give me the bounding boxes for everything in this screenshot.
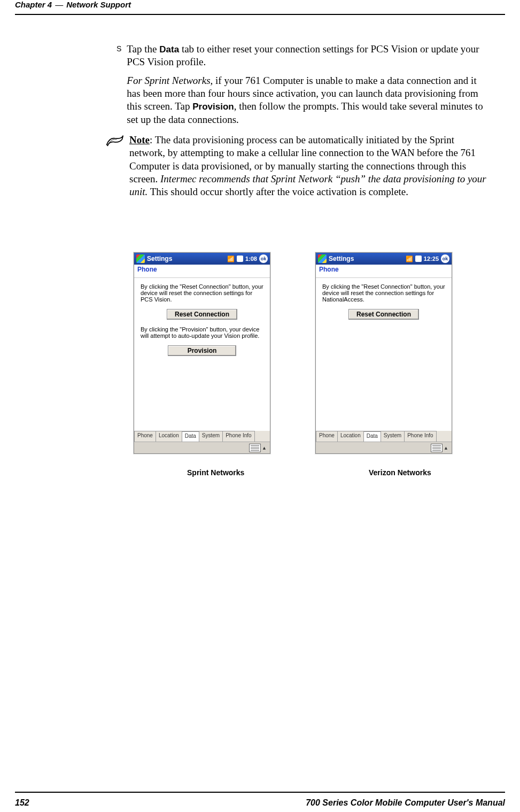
screen-body: By clicking the "Reset Connection" butto… bbox=[316, 278, 452, 331]
keyboard-icon[interactable] bbox=[249, 444, 261, 452]
tab-location[interactable]: Location bbox=[337, 431, 364, 442]
keyboard-icon[interactable] bbox=[431, 444, 443, 452]
text: This should occur shortly after the voic… bbox=[148, 186, 408, 197]
tab-data[interactable]: Data bbox=[182, 431, 199, 442]
bullet-paragraph-2: For Sprint Networks, if your 761 Compute… bbox=[127, 74, 492, 126]
reset-desc: By clicking the "Reset Connection" butto… bbox=[141, 283, 263, 303]
reset-connection-button[interactable]: Reset Connection bbox=[348, 309, 419, 320]
tab-phone-info[interactable]: Phone Info bbox=[404, 431, 436, 442]
reset-desc: By clicking the "Reset Connection" butto… bbox=[322, 283, 445, 303]
header-rule bbox=[15, 14, 505, 15]
verizon-screenshot: Settings 📶 12:25 ok Phone By clicking th… bbox=[315, 252, 452, 454]
sip-bar: ▲ bbox=[316, 442, 452, 453]
bullet-paragraph-1: Tap the Data tab to either reset your co… bbox=[127, 43, 492, 69]
page-header: Chapter 4—Network Support bbox=[15, 0, 131, 9]
screen-body: By clicking the "Reset Connection" butto… bbox=[134, 278, 270, 368]
verizon-caption: Verizon Networks bbox=[369, 468, 431, 477]
tab-phone-info[interactable]: Phone Info bbox=[222, 431, 254, 442]
app-title: Phone bbox=[134, 265, 270, 278]
ok-button[interactable]: ok bbox=[441, 254, 449, 263]
ok-button[interactable]: ok bbox=[259, 254, 268, 263]
signal-icon: 📶 bbox=[227, 256, 235, 262]
manual-title: 700 Series Color Mobile Computer User's … bbox=[306, 798, 505, 808]
title-bar: Settings 📶 12:25 ok bbox=[316, 253, 452, 265]
tab-bar: Phone Location Data System Phone Info bbox=[316, 431, 452, 442]
text: Tap the bbox=[127, 43, 159, 55]
title-bar: Settings 📶 1:08 ok bbox=[134, 253, 270, 265]
provision-desc: By clicking the "Provision" button, your… bbox=[141, 326, 263, 339]
app-title: Phone bbox=[316, 265, 452, 278]
tab-phone[interactable]: Phone bbox=[134, 431, 156, 442]
tab-phone[interactable]: Phone bbox=[316, 431, 338, 442]
chapter-label: Chapter 4 bbox=[15, 0, 52, 9]
bullet-marker: S bbox=[117, 43, 121, 132]
tab-system[interactable]: System bbox=[199, 431, 223, 442]
start-icon[interactable] bbox=[136, 254, 145, 263]
tab-system[interactable]: System bbox=[381, 431, 405, 442]
note-text: Note: The data provisioning process can … bbox=[129, 134, 492, 199]
sprint-screenshot: Settings 📶 1:08 ok Phone By clicking the… bbox=[134, 252, 270, 454]
sprint-caption: Sprint Networks bbox=[187, 468, 244, 477]
clock: 1:08 bbox=[245, 256, 257, 262]
title-text: Settings bbox=[147, 255, 172, 262]
screenshot-row: Settings 📶 1:08 ok Phone By clicking the… bbox=[134, 252, 452, 454]
sip-arrow-icon[interactable]: ▲ bbox=[444, 445, 448, 451]
section-label: Network Support bbox=[66, 0, 131, 9]
note-icon bbox=[106, 134, 124, 204]
provision-ref: Provision bbox=[192, 102, 234, 112]
start-icon[interactable] bbox=[318, 254, 327, 263]
page-number: 152 bbox=[15, 798, 29, 808]
bullet-item: S Tap the Data tab to either reset your … bbox=[128, 43, 492, 132]
text-em: For Sprint Networks, bbox=[127, 75, 213, 86]
sound-icon bbox=[415, 256, 422, 262]
note-block: Note: The data provisioning process can … bbox=[128, 134, 492, 204]
signal-icon: 📶 bbox=[406, 256, 413, 262]
footer-rule bbox=[15, 792, 505, 793]
tab-data[interactable]: Data bbox=[363, 431, 381, 442]
body-text: S Tap the Data tab to either reset your … bbox=[128, 43, 492, 204]
reset-connection-button[interactable]: Reset Connection bbox=[167, 309, 237, 320]
text: tab to either reset your connection sett… bbox=[127, 43, 479, 67]
title-text: Settings bbox=[329, 255, 354, 262]
status-indicators: 📶 12:25 ok bbox=[406, 254, 449, 263]
sip-arrow-icon[interactable]: ▲ bbox=[262, 445, 267, 451]
tab-bar: Phone Location Data System Phone Info bbox=[134, 431, 270, 442]
status-indicators: 📶 1:08 ok bbox=[227, 254, 268, 263]
provision-button[interactable]: Provision bbox=[168, 345, 237, 356]
tab-location[interactable]: Location bbox=[156, 431, 182, 442]
data-tab-ref: Data bbox=[159, 44, 179, 55]
sound-icon bbox=[237, 256, 243, 262]
sip-bar: ▲ bbox=[134, 442, 270, 453]
clock: 12:25 bbox=[424, 256, 439, 262]
note-label: Note bbox=[129, 134, 150, 145]
